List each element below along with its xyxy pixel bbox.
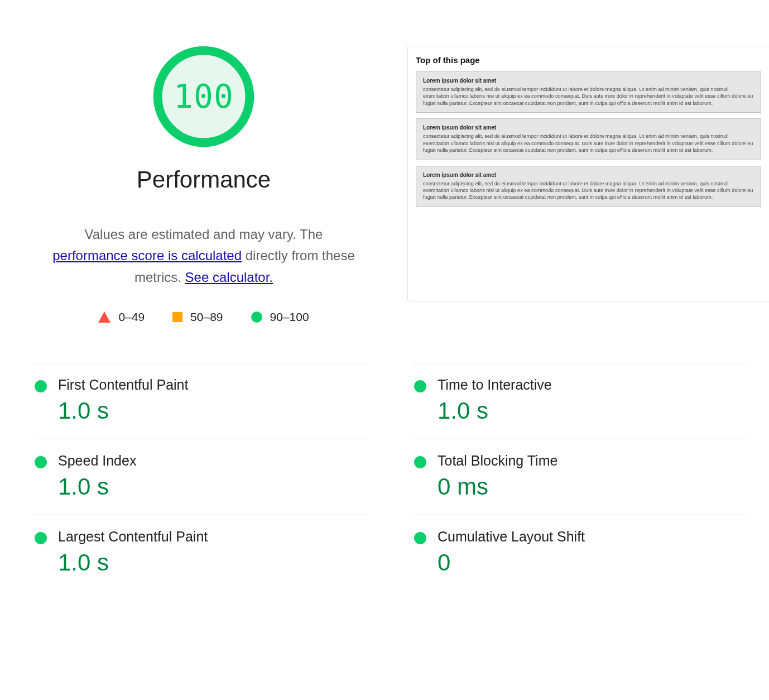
status-pass-icon xyxy=(35,532,47,544)
metric-name: Largest Contentful Paint xyxy=(58,529,368,545)
metric-name: First Contentful Paint xyxy=(58,377,368,393)
score-calculated-link[interactable]: performance score is calculated xyxy=(52,248,242,263)
preview-body: consectetur adipiscing elit, sed do eius… xyxy=(423,180,754,201)
status-pass-icon xyxy=(414,380,426,392)
status-pass-icon xyxy=(414,456,426,468)
preview-block: Lorem ipsum dolor sit amet consectetur a… xyxy=(416,71,761,113)
metric-value: 0 xyxy=(438,549,748,576)
metric-value: 1.0 s xyxy=(58,397,368,424)
metric-row: Time to Interactive1.0 s xyxy=(413,363,748,439)
legend-pass: 90–100 xyxy=(251,310,309,324)
page-screenshot-preview: Top of this page Lorem ipsum dolor sit a… xyxy=(407,46,769,301)
metric-name: Cumulative Layout Shift xyxy=(438,529,748,545)
metric-row: Largest Contentful Paint1.0 s xyxy=(33,515,368,591)
metric-row: First Contentful Paint1.0 s xyxy=(33,363,368,439)
triangle-fail-icon xyxy=(98,311,110,323)
performance-score: 100 xyxy=(151,44,257,150)
see-calculator-link[interactable]: See calculator. xyxy=(185,270,273,285)
preview-body: consectetur adipiscing elit, sed do eius… xyxy=(423,86,754,107)
metric-value: 0 ms xyxy=(438,473,748,500)
status-pass-icon xyxy=(35,456,47,468)
metric-value: 1.0 s xyxy=(438,397,748,424)
metric-name: Time to Interactive xyxy=(438,377,748,393)
metric-row: Speed Index1.0 s xyxy=(33,439,368,515)
legend-average-label: 50–89 xyxy=(190,310,223,324)
metric-name: Speed Index xyxy=(58,453,368,469)
preview-heading: Lorem ipsum dolor sit amet xyxy=(423,172,754,178)
metric-value: 1.0 s xyxy=(58,473,368,500)
preview-heading: Lorem ipsum dolor sit amet xyxy=(423,78,754,84)
metric-row: Total Blocking Time0 ms xyxy=(413,439,748,515)
performance-gauge: 100 xyxy=(151,44,257,150)
legend-pass-label: 90–100 xyxy=(270,310,309,324)
circle-pass-icon xyxy=(251,311,262,323)
gauge-title: Performance xyxy=(137,166,271,193)
legend-fail-label: 0–49 xyxy=(118,310,145,324)
square-average-icon xyxy=(172,312,182,322)
metrics-grid: First Contentful Paint1.0 sTime to Inter… xyxy=(0,324,769,591)
preview-heading: Lorem ipsum dolor sit amet xyxy=(423,124,754,131)
status-pass-icon xyxy=(414,532,426,544)
preview-title: Top of this page xyxy=(416,55,761,65)
score-legend: 0–49 50–89 90–100 xyxy=(98,310,309,324)
legend-fail: 0–49 xyxy=(98,310,145,324)
metric-value: 1.0 s xyxy=(58,549,368,576)
preview-body: consectetur adipiscing elit, sed do eius… xyxy=(423,133,754,154)
preview-block: Lorem ipsum dolor sit amet consectetur a… xyxy=(416,118,761,160)
preview-block: Lorem ipsum dolor sit amet consectetur a… xyxy=(416,166,761,207)
metric-row: Cumulative Layout Shift0 xyxy=(413,515,748,591)
legend-average: 50–89 xyxy=(172,310,223,324)
status-pass-icon xyxy=(35,380,47,392)
performance-description: Values are estimated and may vary. The p… xyxy=(47,224,360,288)
blurb-pre: Values are estimated and may vary. The xyxy=(85,227,323,242)
metric-name: Total Blocking Time xyxy=(438,453,748,469)
